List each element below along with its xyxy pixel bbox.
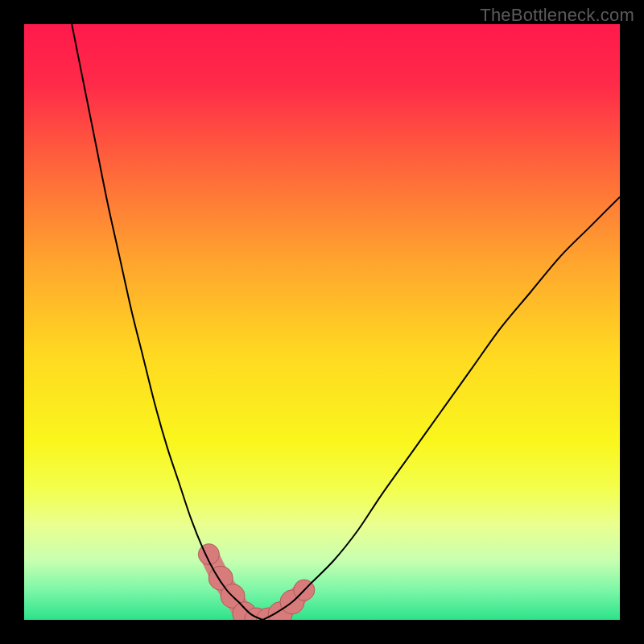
chart-svg	[24, 24, 620, 620]
watermark-text: TheBottleneck.com	[480, 5, 634, 26]
plot-area	[24, 24, 620, 620]
gradient-background	[24, 24, 620, 620]
chart-frame: TheBottleneck.com	[0, 0, 644, 644]
